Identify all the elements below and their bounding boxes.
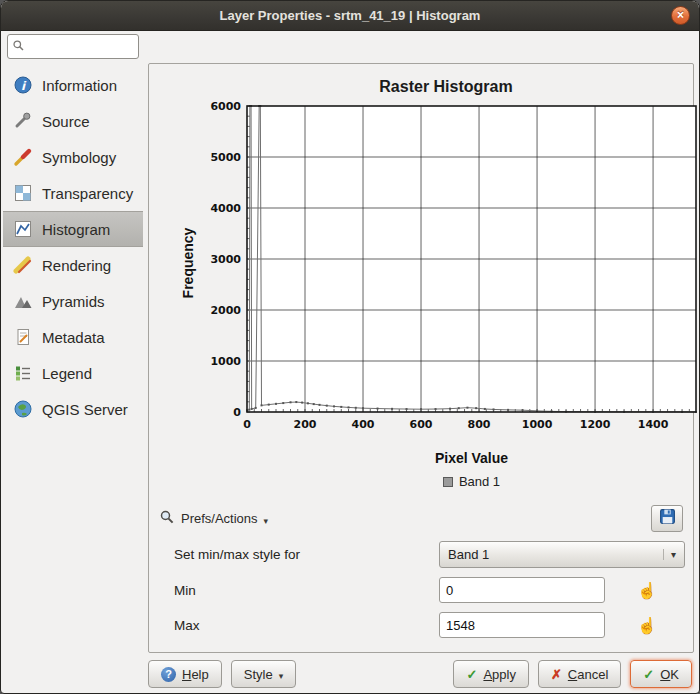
save-icon (659, 508, 676, 529)
help-button[interactable]: ? Help (148, 660, 222, 688)
histogram-panel: Raster Histogram Frequency 0100020003000… (148, 63, 694, 653)
band-select-value: Band 1 (448, 547, 489, 562)
min-label: Min (174, 583, 439, 598)
layer-properties-dialog: Layer Properties - srtm_41_19 | Histogra… (0, 0, 700, 694)
max-label: Max (174, 618, 439, 633)
sidebar-item-source[interactable]: Source (3, 103, 143, 139)
prefs-actions-button[interactable]: Prefs/Actions ▾ (159, 509, 268, 528)
sidebar-item-legend[interactable]: Legend (3, 355, 143, 391)
pyramids-icon (12, 290, 34, 312)
svg-text:6000: 6000 (210, 100, 241, 113)
svg-text:800: 800 (468, 418, 491, 431)
svg-text:3000: 3000 (210, 253, 241, 266)
svg-text:0: 0 (233, 406, 241, 419)
histogram-plot[interactable]: 0100020003000400050006000020040060080010… (199, 100, 700, 450)
information-icon: i (12, 74, 34, 96)
histogram-icon (12, 218, 34, 240)
svg-text:4000: 4000 (210, 202, 241, 215)
y-axis-label: Frequency (180, 198, 196, 328)
chevron-down-icon: ▾ (663, 549, 676, 560)
svg-text:2000: 2000 (210, 304, 241, 317)
help-icon: ? (161, 667, 176, 682)
sidebar-item-histogram[interactable]: Histogram (3, 211, 143, 247)
sidebar-item-pyramids[interactable]: Pyramids (3, 283, 143, 319)
sidebar-item-metadata[interactable]: Metadata (3, 319, 143, 355)
chart-legend: Band 1 (247, 474, 696, 489)
pick-min-hand-icon[interactable]: ☝ (637, 581, 657, 600)
set-minmax-row: Set min/max style for Band 1 ▾ (157, 541, 685, 568)
transparency-icon (12, 182, 34, 204)
rendering-icon (12, 254, 34, 276)
close-icon: × (677, 8, 684, 22)
apply-check-icon: ✓ (466, 667, 477, 682)
dialog-content: i Information Source Symbology Transpare… (1, 31, 699, 694)
sidebar-item-rendering[interactable]: Rendering (3, 247, 143, 283)
sidebar-item-information[interactable]: i Information (3, 67, 143, 103)
chevron-down-icon: ▾ (279, 671, 284, 681)
magnifier-icon (159, 509, 175, 528)
max-row: Max ☝ (157, 612, 685, 638)
window-title: Layer Properties - srtm_41_19 | Histogra… (220, 8, 481, 23)
panel-title: Raster Histogram (207, 78, 685, 96)
min-input[interactable] (439, 577, 605, 603)
style-button[interactable]: Style ▾ (231, 660, 296, 688)
close-button[interactable]: × (671, 6, 690, 25)
qgis-server-icon (12, 398, 34, 420)
source-icon (12, 110, 34, 132)
legend-icon (12, 362, 34, 384)
pick-max-hand-icon[interactable]: ☝ (637, 616, 657, 635)
chevron-down-icon: ▾ (264, 516, 269, 526)
footer: ? Help Style ▾ ✓ Apply ✗ Cancel ✓ OK (148, 659, 692, 689)
band-select[interactable]: Band 1 ▾ (439, 541, 685, 568)
titlebar[interactable]: Layer Properties - srtm_41_19 | Histogra… (1, 1, 699, 31)
save-plot-button[interactable] (651, 505, 683, 532)
svg-text:1400: 1400 (638, 418, 669, 431)
sidebar-item-qgis-server[interactable]: QGIS Server (3, 391, 143, 427)
svg-text:5000: 5000 (210, 151, 241, 164)
legend-label: Band 1 (459, 474, 500, 489)
search-icon (12, 38, 25, 56)
svg-text:600: 600 (410, 418, 433, 431)
cancel-button[interactable]: ✗ Cancel (538, 660, 621, 688)
svg-text:1200: 1200 (580, 418, 611, 431)
legend-swatch (443, 477, 453, 487)
chart: Frequency 010002000300040005000600002004… (179, 100, 685, 489)
sidebar: i Information Source Symbology Transpare… (1, 31, 145, 694)
apply-button[interactable]: ✓ Apply (453, 660, 528, 688)
svg-text:0: 0 (243, 418, 251, 431)
svg-text:1000: 1000 (522, 418, 553, 431)
sidebar-item-transparency[interactable]: Transparency (3, 175, 143, 211)
prefs-row: Prefs/Actions ▾ (157, 505, 685, 532)
cancel-x-icon: ✗ (551, 667, 562, 682)
ok-button[interactable]: ✓ OK (630, 660, 692, 688)
search-input[interactable] (29, 40, 134, 54)
set-minmax-label: Set min/max style for (174, 547, 439, 562)
metadata-icon (12, 326, 34, 348)
x-axis-label: Pixel Value (247, 450, 696, 466)
symbology-icon (12, 146, 34, 168)
svg-text:1000: 1000 (210, 355, 241, 368)
min-row: Min ☝ (157, 577, 685, 603)
ok-check-icon: ✓ (643, 667, 654, 682)
max-input[interactable] (439, 612, 605, 638)
svg-text:200: 200 (294, 418, 317, 431)
svg-text:400: 400 (352, 418, 375, 431)
sidebar-search[interactable] (7, 34, 139, 59)
sidebar-item-symbology[interactable]: Symbology (3, 139, 143, 175)
